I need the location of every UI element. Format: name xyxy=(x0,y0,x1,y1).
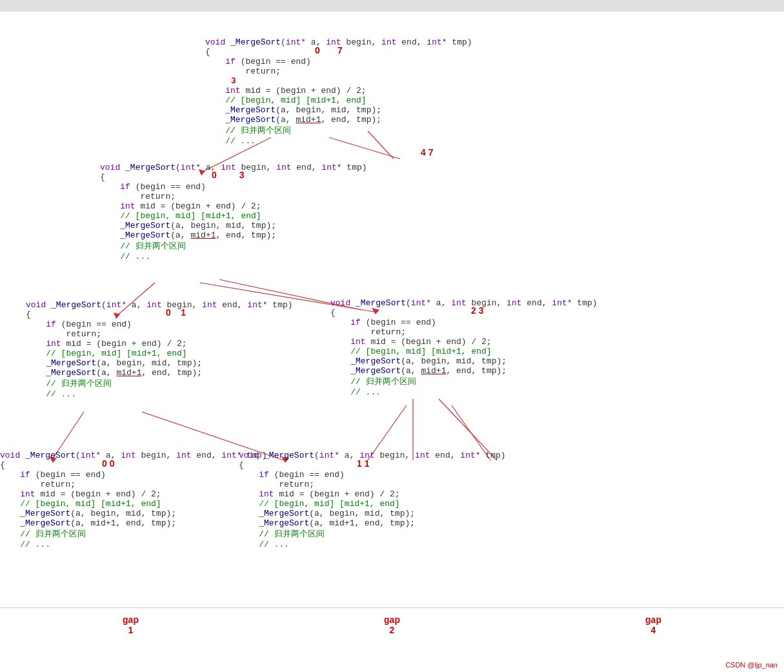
gap-item-1: gap 1 xyxy=(0,615,261,635)
code-block-4: void _MergeSort(int* a, int begin, int e… xyxy=(26,300,293,399)
gap-value-2: 2 xyxy=(261,625,523,635)
gap-item-3: gap 4 xyxy=(523,615,784,635)
gap-label-1: gap xyxy=(0,615,261,625)
range-label-3: 2 3 xyxy=(471,305,483,316)
code-block-3: void _MergeSort(int* a, int begin, int e… xyxy=(330,298,598,397)
range-label-5: 0 0 xyxy=(102,458,114,469)
range-label-6: 1 1 xyxy=(357,458,369,469)
range-label-1: 0 7 xyxy=(315,45,343,56)
bottom-section: gap 1 gap 2 gap 4 xyxy=(0,607,784,672)
range-label-4: 0 1 xyxy=(166,307,186,318)
gap-value-1: 1 xyxy=(0,625,261,635)
gap-item-2: gap 2 xyxy=(261,615,523,635)
range-label-2: 0 3 xyxy=(212,170,245,180)
gap-value-3: 4 xyxy=(523,625,784,635)
footer-text: CSDN @ljp_nan xyxy=(725,661,778,669)
gap-label-3: gap xyxy=(523,615,784,625)
range-label-47: 4 7 xyxy=(421,147,433,158)
code-block-5: void _MergeSort(int* a, int begin, int e… xyxy=(0,451,267,549)
page-container: void _MergeSort(int* a, int begin, int e… xyxy=(0,0,784,672)
top-bar xyxy=(0,0,784,12)
code-block-6: void _MergeSort(int* a, int begin, int e… xyxy=(239,451,506,549)
gap-label-2: gap xyxy=(261,615,523,625)
